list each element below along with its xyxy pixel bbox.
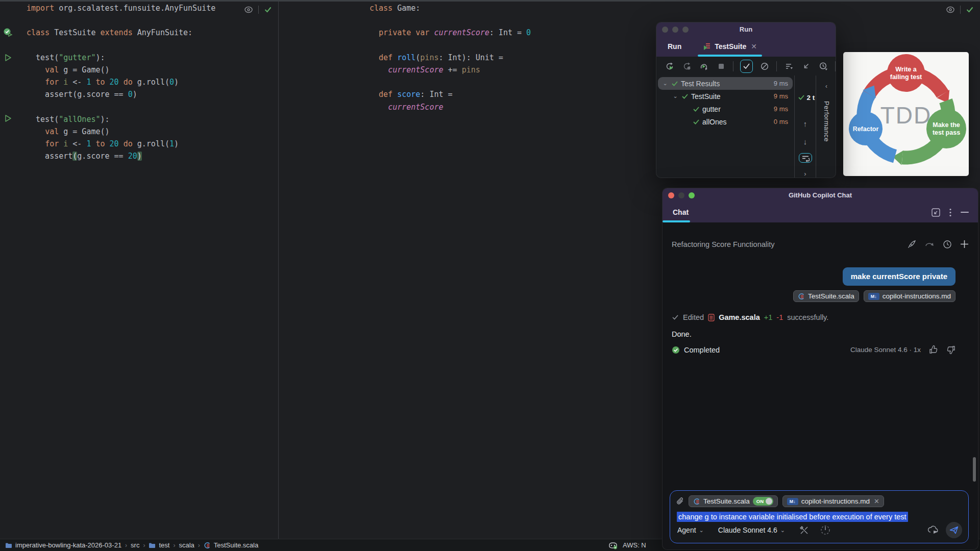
next-test-button[interactable]: ↓ [803,137,807,146]
minimize-window-button[interactable] [678,192,684,198]
usage-gauge-icon[interactable] [820,525,830,535]
test-results-tree: ⌄ Test Results 9 ms ⌄ TestSuite 9 ms gut… [656,76,794,178]
run-side-strip: 2 t ↑ ↓ › [794,76,816,178]
tree-row-label: TestSuite [691,92,721,101]
previous-test-button[interactable]: ↑ [803,119,807,128]
context-chip-testsuite[interactable]: TestSuite.scala [793,290,859,302]
run-class-passed-icon[interactable] [3,28,13,38]
thumbs-down-icon[interactable] [946,345,955,354]
rerun-button[interactable] [665,61,675,72]
more-options-icon[interactable] [949,208,951,217]
inspection-passed-icon[interactable] [264,6,272,13]
tdd-step-red-label: Write a [895,66,917,73]
show-passed-toggle[interactable] [740,60,752,73]
code-line: currentScore [370,101,531,113]
chat-input-text[interactable]: change g to instance variable initialise… [677,513,908,521]
model-dropdown[interactable]: Claude Sonnet 4.6⌄ [718,526,785,534]
copilot-status-icon[interactable] [608,541,618,549]
tdd-center-label: TDD [880,102,932,129]
inspection-eye-icon[interactable] [244,6,253,13]
chat-input-container[interactable]: TestSuite.scala ON M↓ copilot-instructio… [670,490,969,543]
code-line: test("gutter"): [27,52,215,64]
tab-testsuite[interactable]: TestSuite ✕ [698,36,762,57]
inspection-passed-icon[interactable] [966,6,974,13]
tree-row-time: 9 ms [774,80,788,87]
code-testsuite[interactable]: import org.scalatest.funsuite.AnyFunSuit… [27,2,215,163]
context-chip-instructions[interactable]: M↓ copilot-instructions.md [864,290,955,302]
chip-label: TestSuite.scala [808,292,854,300]
scala-class-file-icon [708,314,715,321]
context-on-toggle[interactable]: ON [753,497,773,506]
hide-icon[interactable] [961,211,969,213]
mode-dropdown[interactable]: Agent⌄ [677,526,704,534]
navigate-with-single-click-button[interactable] [801,61,812,72]
tab-chat[interactable]: Chat [663,202,699,222]
tree-row-time: 0 ms [774,118,788,126]
tree-row-testsuite[interactable]: ⌄ TestSuite 9 ms [658,90,793,103]
tree-row-test-results[interactable]: ⌄ Test Results 9 ms [658,77,793,90]
open-in-editor-icon[interactable] [932,208,940,217]
tree-row-label: gutter [702,105,721,113]
status-aws-text[interactable]: AWS: N [623,541,646,549]
run-test-icon[interactable] [4,54,12,62]
breadcrumb-src[interactable]: src [131,541,139,549]
chat-window-titlebar[interactable]: GitHub Copilot Chat [663,188,978,202]
code-line: def score: Int = [370,88,531,101]
code-game[interactable]: class Game: private var currentScore: In… [370,2,531,113]
soft-wrap-toggle[interactable] [799,153,812,163]
rerun-failed-button[interactable] [682,61,693,72]
minimize-window-button[interactable] [672,27,678,33]
quill-icon[interactable] [907,239,917,249]
chevron-down-icon[interactable]: ⌄ [662,80,669,87]
thumbs-up-icon[interactable] [929,345,938,354]
zoom-window-button[interactable] [682,27,689,33]
run-test-icon[interactable] [4,114,12,122]
input-chip-testsuite[interactable]: TestSuite.scala ON [689,495,778,507]
code-line: val g = Game() [27,64,215,76]
zoom-window-button[interactable] [689,192,695,198]
tree-row-gutter[interactable]: gutter 9 ms [658,103,793,115]
folder-icon [5,542,12,548]
breadcrumb-project[interactable]: imperative-bowling-kata-2026-03-21 [5,541,121,549]
new-chat-icon[interactable] [960,240,969,248]
run-window-titlebar[interactable]: Run [656,22,836,36]
chevron-down-icon[interactable]: ⌄ [672,93,679,99]
test-passed-icon [693,106,700,112]
show-ignored-toggle[interactable] [760,61,770,72]
toggle-auto-test-button[interactable] [699,61,709,72]
performance-tab-label: Performance [823,101,830,142]
breadcrumb-file[interactable]: TestSuite.scala [204,541,258,549]
chat-scrollbar-thumb[interactable] [973,457,976,482]
breadcrumb-scala[interactable]: scala [179,541,194,549]
test-history-button[interactable] [818,61,829,72]
edited-file-link[interactable]: Game.scala [719,313,760,321]
expand-strip-icon[interactable]: › [804,170,806,178]
performance-side-tab[interactable]: ‹ Performance [816,76,836,178]
markdown-file-icon: M↓ [787,498,798,505]
close-window-button[interactable] [668,192,674,198]
selected-input-text[interactable]: change g to instance variable initialise… [677,512,908,522]
history-icon[interactable] [943,240,952,249]
editor-split-handle[interactable] [278,2,279,539]
collapse-icon[interactable]: ‹ [825,83,827,90]
sort-by-duration-button[interactable] [783,61,794,72]
stop-button[interactable] [716,61,727,72]
input-chip-instructions[interactable]: M↓ copilot-instructions.md ✕ [782,495,884,507]
chip-label: copilot-instructions.md [801,497,870,505]
thread-title: Refactoring Score Functionality [672,240,775,248]
inspection-eye-icon[interactable] [946,6,955,13]
send-button[interactable] [946,522,962,538]
breadcrumb-test[interactable]: test [149,541,169,549]
remove-chip-icon[interactable]: ✕ [874,497,879,505]
tree-row-label: Test Results [681,80,720,88]
code-line [370,39,531,52]
code-line: def roll(pins: Int): Unit = [370,52,531,64]
editor-pane-testsuite[interactable]: import org.scalatest.funsuite.AnyFunSuit… [0,2,278,539]
attach-icon[interactable] [676,497,684,506]
tree-row-allones[interactable]: allOnes 0 ms [658,115,793,128]
close-window-button[interactable] [662,27,668,33]
redo-icon[interactable] [925,241,935,248]
close-tab-icon[interactable]: ✕ [751,42,757,51]
tools-icon[interactable] [799,525,809,535]
cloud-send-icon[interactable] [927,525,940,535]
